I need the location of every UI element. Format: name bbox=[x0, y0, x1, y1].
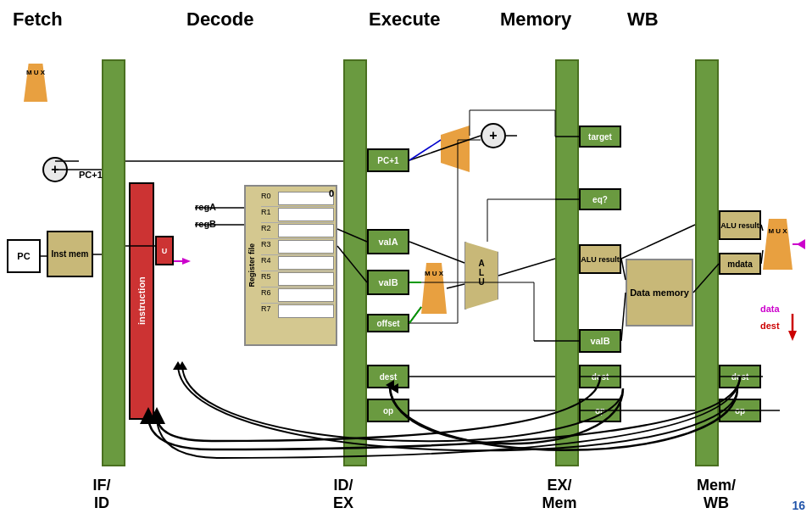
svg-line-13 bbox=[409, 307, 421, 323]
rega-label: regA bbox=[195, 202, 216, 212]
vala-box: valA bbox=[367, 229, 409, 254]
ex-mux-label: M U X bbox=[422, 270, 446, 278]
fetch-adder: + bbox=[42, 157, 68, 182]
svg-marker-51 bbox=[173, 361, 183, 370]
fetch-label: Fetch bbox=[13, 8, 63, 31]
valb-exmem: valB bbox=[579, 329, 621, 353]
eq-box: eq? bbox=[579, 188, 621, 210]
mdata-box: mdata bbox=[719, 253, 761, 275]
slide-number: 16 bbox=[792, 499, 805, 512]
fetch-mux-label: M U X bbox=[25, 70, 46, 77]
alu-result-memwb: ALU result bbox=[719, 210, 761, 240]
offset-box: offset bbox=[367, 314, 409, 332]
op-exmem: op bbox=[579, 399, 621, 422]
decode-label: Decode bbox=[186, 8, 253, 31]
inst-mem-box: Inst mem bbox=[47, 231, 93, 277]
svg-line-39 bbox=[761, 225, 763, 231]
alu-result-exmem: ALU result bbox=[579, 244, 621, 274]
memwb-bottom: Mem/WB bbox=[682, 477, 750, 512]
svg-line-45 bbox=[409, 140, 441, 160]
regfile-label: Register file bbox=[247, 243, 256, 287]
svg-line-40 bbox=[761, 250, 763, 264]
dest-idex: dest bbox=[367, 365, 409, 388]
wb-mux-label: M U X bbox=[764, 227, 792, 236]
instruction-reg: instruction bbox=[129, 182, 154, 420]
regb-label: regB bbox=[195, 219, 216, 229]
register-file: Register file R0 R1 R2 R3 R4 bbox=[244, 185, 337, 346]
pc-plus1-idex: PC+1 bbox=[367, 148, 409, 172]
ifid-bottom: IF/ID bbox=[68, 477, 136, 512]
op-memwb: op bbox=[719, 399, 761, 422]
svg-line-14 bbox=[447, 284, 464, 288]
wb-label: WB bbox=[627, 8, 659, 31]
pc-box: PC bbox=[7, 239, 41, 273]
if-id-register bbox=[102, 59, 125, 466]
data-label: data bbox=[760, 304, 780, 314]
wb-mux bbox=[763, 219, 793, 270]
svg-line-37 bbox=[621, 225, 695, 259]
svg-marker-52 bbox=[177, 361, 187, 370]
mem-wb-register bbox=[695, 59, 719, 466]
idex-bottom: ID/EX bbox=[309, 477, 377, 512]
valb-box: valB bbox=[367, 270, 409, 295]
dest-arrow-label: dest bbox=[760, 321, 780, 331]
svg-line-47 bbox=[409, 307, 421, 323]
pc-plus1-fetch: PC+1 bbox=[79, 170, 103, 180]
branch-adder: + bbox=[481, 123, 506, 148]
branch-mux bbox=[441, 126, 470, 172]
op-idex: op bbox=[367, 399, 409, 422]
dest-memwb: dest bbox=[719, 365, 761, 388]
execute-label: Execute bbox=[369, 8, 440, 31]
data-memory: Data memory bbox=[626, 259, 693, 326]
alu-label: A L U bbox=[464, 259, 498, 287]
target-box: target bbox=[579, 126, 621, 148]
memory-label: Memory bbox=[500, 8, 571, 31]
exmem-bottom: EX/Mem bbox=[526, 477, 593, 512]
svg-line-11 bbox=[409, 242, 464, 263]
svg-line-24 bbox=[498, 259, 555, 276]
id-ex-register bbox=[343, 59, 367, 466]
ex-mem-register bbox=[555, 59, 579, 466]
dest-exmem: dest bbox=[579, 365, 621, 388]
u-box: U bbox=[155, 236, 174, 265]
